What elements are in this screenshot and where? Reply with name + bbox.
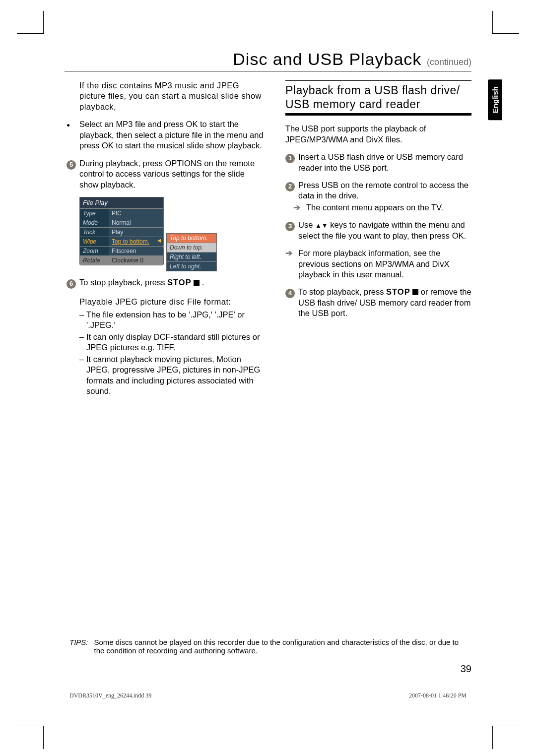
- result-text: The content menu appears on the TV.: [306, 202, 443, 213]
- osd-submenu: Top to bottom. Down to top. Right to lef…: [166, 233, 217, 271]
- step-number-icon: 6: [67, 277, 79, 288]
- left-column: If the disc contains MP3 music and JPEG …: [65, 80, 266, 397]
- result-note: The content menu appears on the TV.: [293, 202, 471, 213]
- crop-mark: [492, 726, 493, 749]
- result-note: For more playback information, see the p…: [285, 248, 471, 280]
- step-2: 2 Press USB on the remote control to acc…: [285, 180, 471, 201]
- submenu-item: Down to top.: [167, 243, 216, 252]
- bullet-icon: [67, 119, 79, 151]
- step-5: 5 During playback, press OPTIONS on the …: [67, 158, 266, 190]
- page-content: Disc and USB Playback (continued) Englis…: [65, 50, 471, 704]
- page-header: Disc and USB Playback (continued): [65, 50, 471, 71]
- stop-icon: [194, 280, 200, 286]
- step-number-icon: 2: [285, 180, 298, 201]
- step-text: Insert a USB flash drive or USB memory c…: [298, 152, 471, 173]
- tips-footer: TIPS: Some discs cannot be played on thi…: [65, 638, 471, 655]
- step-number-icon: 3: [285, 220, 298, 241]
- osd-menu-illustration: File Play TypePIC ModeNormal TrickPlay W…: [79, 197, 218, 265]
- usb-intro: The USB port supports the playback of JP…: [285, 124, 471, 145]
- menu-key: Rotate: [80, 256, 109, 265]
- tips-body: Some discs cannot be played on this reco…: [94, 638, 467, 655]
- manual-page: Disc and USB Playback (continued) Englis…: [0, 0, 536, 756]
- menu-value: Fitscreen: [109, 247, 163, 255]
- menu-value-selected: Top to bottom.: [109, 237, 163, 246]
- list-item: It can only display DCF-standard still p…: [86, 332, 266, 353]
- menu-value: PIC: [109, 209, 163, 218]
- crop-mark: [492, 726, 519, 726]
- page-title-sub: (continued): [427, 57, 471, 67]
- step-text: Use ▲▼ keys to navigate within the menu …: [298, 220, 471, 241]
- file-format-list: The file extension has to be '.JPG,' '.J…: [79, 310, 266, 397]
- crop-mark: [43, 726, 44, 749]
- right-column: Playback from a USB ﬂash drive/ USB memo…: [285, 80, 471, 397]
- step-select-mp3: Select an MP3 file and press OK to start…: [67, 119, 266, 151]
- heading-rule: [285, 113, 471, 116]
- arrow-icon: [285, 248, 298, 280]
- down-key-icon: ▼: [322, 222, 328, 229]
- language-tab: English: [488, 79, 502, 120]
- tips-label: TIPS:: [69, 638, 88, 655]
- menu-key: Type: [80, 209, 109, 218]
- list-item: The file extension has to be '.JPG,' '.J…: [86, 310, 266, 331]
- step-text: Select an MP3 file and press OK to start…: [79, 119, 266, 151]
- menu-value: Clockwise 0: [109, 256, 163, 265]
- menu-key-selected: Wipe: [80, 237, 109, 246]
- step-number-icon: 5: [67, 158, 79, 190]
- crop-mark: [17, 33, 44, 34]
- menu-value: Normal: [109, 218, 163, 227]
- osd-menu-main: File Play TypePIC ModeNormal TrickPlay W…: [79, 197, 164, 265]
- list-item: It cannot playback moving pictures, Moti…: [86, 354, 266, 397]
- intro-text: If the disc contains MP3 music and JPEG …: [79, 80, 266, 112]
- step-4: 4 To stop playback, press STOP or remove…: [285, 287, 471, 318]
- menu-key: Mode: [80, 218, 109, 227]
- step-1: 1 Insert a USB flash drive or USB memory…: [285, 152, 471, 173]
- submenu-item: Left to right.: [167, 261, 216, 271]
- step-number-icon: 4: [285, 287, 298, 318]
- page-number: 39: [461, 663, 471, 675]
- step-text: Press USB on the remote control to acces…: [298, 180, 471, 201]
- menu-title: File Play: [80, 197, 163, 208]
- footer-date: 2007-08-01 1:46:20 PM: [409, 692, 467, 699]
- step-6: 6 To stop playback, press STOP .: [67, 277, 266, 288]
- crop-mark: [17, 726, 44, 726]
- section-heading: Playback from a USB ﬂash drive/ USB memo…: [285, 80, 471, 111]
- submenu-item: Right to left.: [167, 252, 216, 261]
- arrow-icon: [293, 202, 306, 213]
- up-key-icon: ▲: [315, 222, 322, 229]
- footer-file: DVDR3510V_eng_26244.indd 39: [69, 692, 151, 699]
- imprint-footer: DVDR3510V_eng_26244.indd 39 2007-08-01 1…: [65, 692, 471, 699]
- stop-icon: [412, 289, 418, 295]
- crop-mark: [492, 33, 519, 34]
- crop-mark: [43, 11, 44, 34]
- stop-button-label: STOP: [167, 278, 192, 287]
- menu-key: Trick: [80, 228, 109, 237]
- menu-value: Play: [109, 228, 163, 237]
- result-text: For more playback information, see the p…: [298, 248, 471, 280]
- step-3: 3 Use ▲▼ keys to navigate within the men…: [285, 220, 471, 241]
- page-title: Disc and USB Playback: [233, 50, 421, 68]
- file-format-heading: Playable JPEG picture disc File format:: [79, 297, 266, 307]
- step-text: To stop playback, press STOP or remove t…: [298, 287, 471, 318]
- step-number-icon: 1: [285, 152, 298, 173]
- columns: If the disc contains MP3 music and JPEG …: [65, 80, 471, 397]
- crop-mark: [492, 11, 493, 34]
- step-text: During playback, press OPTIONS on the re…: [79, 158, 266, 190]
- submenu-item-selected: Top to bottom.: [167, 234, 216, 243]
- menu-key: Zoom: [80, 247, 109, 255]
- step-text: To stop playback, press STOP .: [79, 277, 204, 288]
- stop-button-label: STOP: [386, 287, 410, 296]
